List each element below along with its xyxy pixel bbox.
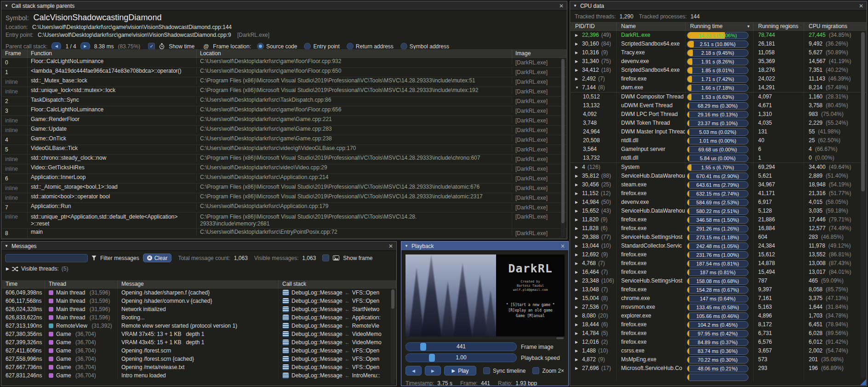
expand-icon[interactable]: ▶ [575,40,580,48]
message-callstack[interactable]: DebugLog::Message←VideoMemo [279,338,396,347]
callstack-list-icon[interactable] [282,306,289,312]
message-row[interactable]: 627,399,326nsGame (36,704)VRAM 43x45: 15… [2,338,396,347]
callstack-frame-row[interactable]: inlinestd::unique_ptr<Application,std::d… [2,213,566,229]
expand-icon[interactable]: ▶ [575,233,580,242]
message-callstack[interactable]: DebugLog::Message←VFS::Open [279,363,396,371]
cpu-row[interactable]: ▶27,696(17)Microsoft.ServiceHub.Co48.06 … [571,364,866,373]
column-time[interactable]: Time [2,280,45,288]
message-row[interactable]: 627,380,356nsGame (36,704)VRAM 37x45: 13… [2,330,396,338]
expand-icon[interactable]: ▶ [6,266,9,271]
callstack-list-icon[interactable] [282,331,289,337]
cpu-row[interactable]: ▶30,160(84)ScriptedSandbox64.exe2.51 s (… [571,40,866,48]
message-callstack[interactable]: DebugLog::Message←IntroMenu:: [279,371,396,380]
cpu-row[interactable]: ▼7,144(8)dwm.exe1.66 s (7.18%)14,2918,21… [571,83,866,92]
zoom-checkbox[interactable] [532,367,539,374]
clear-filter-button[interactable]: ✕ Clear [143,254,172,262]
cpu-row[interactable]: ▶34,412(18)ScriptedSandbox64.exe1.85 s (… [571,66,866,75]
cpu-row[interactable]: ▶8,080(20)explorer.exe105.66 ms (0.46%)4… [571,312,866,320]
message-callstack[interactable]: DebugLog::Message←StartNetwo [279,305,396,313]
callstack-list-icon[interactable] [282,289,289,296]
close-icon[interactable]: ✕ [560,243,565,249]
callstack-frame-row[interactable]: 4Game::OnTickC:\Users\wolf\Desktop\darkr… [2,135,566,145]
zoom-option[interactable]: Zoom 2× [532,367,564,374]
show-time-checkbox[interactable]: ✓ [148,43,155,50]
expand-icon[interactable]: ▶ [575,31,580,40]
expand-icon[interactable]: ▶ [575,224,580,233]
cpu-row[interactable]: ▶12,692(9)firefox.exe231.76 ms (1.00%)15… [571,250,866,259]
cpu-row[interactable]: 3,564GameInput server69.68 us (0.00%)64(… [571,145,866,154]
callstack-list-icon[interactable] [282,323,289,329]
callstack-frame-row[interactable]: 0Floor::CalcLightNoLuminanceC:\Users\wol… [2,58,566,68]
expand-icon[interactable]: ▶ [575,320,580,329]
expand-icon[interactable]: ▶ [575,163,580,172]
collapse-icon[interactable]: ▼ [573,4,577,8]
column-name[interactable]: Name [617,23,685,30]
expand-icon[interactable]: ▶ [575,294,580,303]
message-row[interactable]: 627,558,996nsGame (36,704)Opening /fores… [2,355,396,363]
frame-location-radio[interactable]: Source code [257,43,297,50]
callstack-scrollbar[interactable] [561,58,565,237]
message-row[interactable]: 626,024,328nsMain thread (31,596)Network… [2,305,396,313]
cpu-row[interactable]: ▶23,348(106)ServiceHub.SettingsHost158.0… [571,277,866,285]
next-frame-button[interactable]: ▶ [425,366,441,375]
callstack-list-icon[interactable] [282,314,289,321]
expand-icon[interactable]: ▶ [575,215,580,224]
callstack-list-icon[interactable] [282,298,289,304]
message-callstack[interactable]: DebugLog::Message←Application: [279,313,396,322]
cpu-row[interactable] [571,373,866,381]
cpu-row[interactable]: 3,748DWM Token Thread23.37 ms (0.10%)4,0… [571,119,866,127]
cpu-row[interactable]: ▶18,444(6)firefox.exe104.2 ms (0.45%)8,1… [571,320,866,329]
expand-icon[interactable]: ▶ [575,364,580,373]
cpu-row[interactable]: ▶4(126)System1.55 s (6.70%)69,29434,400(… [571,162,866,172]
expand-icon[interactable]: ▶ [575,303,580,312]
column-frame[interactable]: Frame [2,49,28,58]
message-row[interactable]: 606,049,398nsMain thread (31,596)Opening… [2,289,396,297]
cpu-row[interactable]: ▶13,044(10)StandardCollector.Servic242.4… [571,242,866,250]
cpu-row[interactable]: ▶14,784(5)firefox.exe97.95 ms (0.42%)6,7… [571,329,866,338]
radio-icon[interactable] [400,43,407,50]
collapse-icon[interactable]: ▼ [405,244,408,248]
column-image[interactable]: Image [512,49,566,58]
expand-icon[interactable]: ▶ [575,189,580,198]
sync-timeline-checkbox[interactable] [483,367,490,374]
cpu-row[interactable]: ▶10,316(9)Tracy.exe2.18 s (9.45%)11,0585… [571,48,866,57]
callstack-frame-row[interactable]: inlinestd::_Mutex_base::lockC:\Program F… [2,77,566,87]
expand-icon[interactable]: ▶ [575,198,580,207]
column-running-time[interactable]: Running time ▼ [685,23,754,30]
callstack-frame-row[interactable]: inlineGame::UpdateC:\Users\wolf\Desktop\… [2,126,566,135]
cpu-row[interactable]: ▶15,004(8)chrome.exe147 ms (0.64%)7,1613… [571,294,866,303]
radio-icon[interactable] [257,43,264,50]
message-row[interactable]: 626,833,622nsMain thread (31,596)Booting… [2,313,396,322]
cpu-row[interactable]: 4,092DWM LPC Port Thread29.16 ms (0.13%)… [571,110,866,119]
expand-icon[interactable]: ▶ [575,285,580,294]
expand-icon[interactable]: ▶ [575,268,580,277]
message-row[interactable]: 627,313,190nsRemoteView (31,392)Remote v… [2,322,396,330]
frame-location-radio[interactable]: Return address [347,43,394,50]
callstack-list-icon[interactable] [282,339,289,346]
close-icon[interactable]: ✕ [859,3,863,9]
cpu-row[interactable]: 10,512DWM Compositor Thread1.53 s (6.63%… [571,92,866,101]
play-button[interactable]: ▶ Play [444,366,476,375]
cpu-row[interactable]: ▶30,456(25)steam.exe643.61 ms (2.79%)34,… [571,180,866,189]
show-time-label[interactable]: Show time [169,43,194,50]
cpu-row[interactable]: 20,508ntdll.dll1.01 ms (0.00%)4025(62.50… [571,136,866,145]
callstack-frame-row[interactable]: 8mainC:\Users\wolf\Desktop\darkrl\src\En… [2,229,566,238]
cpu-row[interactable]: ▶4,872(9)MsMpEng.exe70.22 ms (0.30%)5732… [571,355,866,364]
messages-scrollbar[interactable] [391,289,395,384]
expand-icon[interactable]: ▶ [575,355,580,364]
expand-icon[interactable]: ▶ [575,180,580,189]
expand-icon[interactable]: ▶ [575,259,580,268]
message-filter-input[interactable] [5,254,88,262]
column-callstack[interactable]: Call stack [279,280,396,288]
callstack-list-icon[interactable] [282,364,289,370]
cpu-row[interactable]: ▶16,464(7)firefox.exe187 ms (0.81%)15,49… [571,268,866,277]
expand-icon[interactable]: ▶ [575,242,580,250]
expand-icon[interactable]: ▶ [575,48,580,57]
cpu-row[interactable]: ▶1,488(10)csrss.exe83.74 ms (0.36%)3,657… [571,347,866,355]
cpu-row[interactable]: ▶4,768(7)firefox.exe187.54 ms (0.81%)14,… [571,259,866,268]
close-icon[interactable]: ✕ [388,243,393,249]
frame-image-slider[interactable]: 441 [405,342,517,351]
expand-icon[interactable]: ▶ [575,207,580,215]
expand-icon[interactable]: ▶ [575,57,580,66]
expand-icon[interactable]: ▶ [575,250,580,259]
